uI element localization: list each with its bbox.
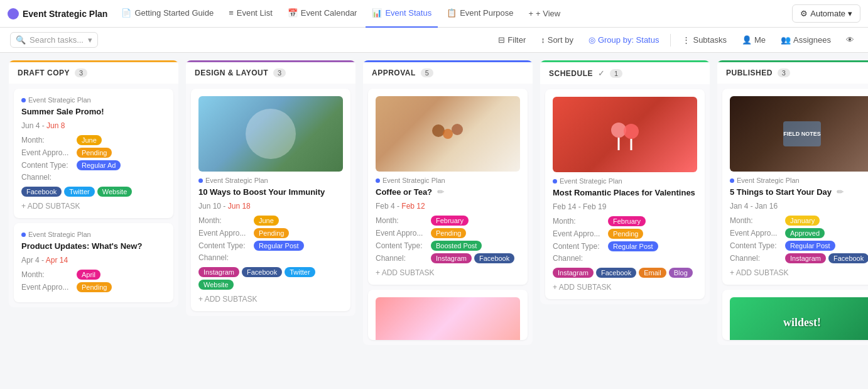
channel-tags: Instagram Facebook [431,253,514,263]
tab-event-calendar[interactable]: 📅 Event Calendar [281,0,364,28]
tab-label: Event List [237,8,273,18]
tab-event-status[interactable]: 📊 Event Status [366,0,438,28]
tag-month: February [431,216,469,226]
project-dot [198,178,203,183]
column-title-approval: APPROVAL [372,68,416,77]
card-product-updates[interactable]: Event Strategic Plan Product Updates: Wh… [14,223,173,302]
app-logo[interactable]: Event Strategic Plan [8,8,107,19]
tag-approval: Pending [608,229,643,239]
doc-icon: 📄 [121,8,131,18]
filter-icon: ⊟ [498,35,505,45]
tag-approval: Approved [785,228,825,238]
column-title-design: DESIGN & LAYOUT [195,68,268,77]
automate-button[interactable]: ⚙ Automate ▾ [792,4,860,23]
card-image-books: FIELD NOTES [730,96,868,172]
tag-instagram: Instagram [198,267,239,277]
card-field-month: Month: January [730,216,868,226]
tab-event-purpose[interactable]: 📋 Event Purpose [440,0,519,28]
field-label-content: Content Type: [730,241,780,250]
tag-content-type: Regular Post [785,241,835,251]
tag-approval: Pending [431,228,466,238]
card-image-second [376,297,520,340]
column-schedule: SCHEDULE ✓ 1 Event Strategic Plan [540,60,710,304]
card-field-channel: Channel: Facebook Twitter Website [21,173,166,197]
sort-label: Sort by [548,35,573,45]
card-valentines[interactable]: Event Strategic Plan Most Romantic Place… [545,89,705,299]
column-header-approval: APPROVAL 5 [363,60,533,84]
card-image-wildest: wildest! [730,297,868,340]
calendar-icon: 📅 [288,8,298,18]
card-5-things[interactable]: FIELD NOTES Event Strategic Plan 5 Thing… [722,89,868,285]
column-count-approval: 5 [421,68,433,77]
card-date: Jan 4 - Jan 16 [730,202,868,211]
add-subtask-button[interactable]: + ADD SUBTASK [553,283,697,292]
field-label-channel: Channel: [730,254,780,263]
group-button[interactable]: ◎ Group by: Status [585,33,663,47]
card-second-approval[interactable] [368,290,528,340]
tag-instagram: Instagram [431,253,472,263]
card-title: Product Updates: What's New? [21,241,166,252]
field-label-month: Month: [376,216,426,225]
add-view-button[interactable]: + + View [522,0,567,28]
edit-icon: ✏ [837,187,844,197]
tag-month: February [608,216,646,226]
column-header-design: DESIGN & LAYOUT 3 [186,60,355,84]
list-icon: ≡ [229,8,234,18]
card-date: Apr 4 - Apr 14 [21,256,166,265]
tag-twitter: Twitter [64,187,94,197]
field-label-channel: Channel: [376,254,426,263]
tag-content-type: Regular Post [254,241,304,251]
project-label: Event Strategic Plan [28,96,91,104]
tab-getting-started[interactable]: 📄 Getting Started Guide [115,0,220,28]
project-label: Event Strategic Plan [737,177,800,184]
tag-content-type: Regular Post [608,241,658,251]
visibility-button[interactable]: 👁 [842,33,858,47]
card-immunity[interactable]: Event Strategic Plan 10 Ways to Boost Yo… [191,89,350,311]
coffee-cups-svg [429,118,467,150]
check-circle-icon: ✓ [598,68,605,78]
card-wildest[interactable]: wildest! [722,290,868,340]
sort-button[interactable]: ↕ Sort by [537,33,577,47]
card-title: Coffee or Tea? ✏ [376,187,520,198]
tab-label: Event Status [385,8,431,18]
column-body-design: Event Strategic Plan 10 Ways to Boost Yo… [186,84,355,316]
me-button[interactable]: 👤 Me [738,33,769,47]
svg-point-0 [432,124,445,137]
column-body-schedule: Event Strategic Plan Most Romantic Place… [540,84,710,304]
tab-event-list[interactable]: ≡ Event List [222,0,279,28]
tag-facebook: Facebook [242,267,282,277]
subtasks-button[interactable]: ⋮ Subtasks [678,33,730,47]
channel-tags: Facebook Twitter Website [21,187,132,197]
tag-website: Website [198,280,234,290]
card-field-approval: Event Appro... Pending [376,228,520,238]
project-dot [21,98,26,102]
add-subtask-button[interactable]: + ADD SUBTASK [730,268,868,277]
tag-facebook: Facebook [21,187,62,197]
add-subtask-button[interactable]: + ADD SUBTASK [376,268,520,277]
card-field-month: Month: February [553,216,697,226]
card-field-channel: Channel: Instagram Facebook Twitter Webs… [198,253,343,290]
add-subtask-button[interactable]: + ADD SUBTASK [198,295,343,304]
tag-facebook: Facebook [474,253,514,263]
card-field-approval: Event Appro... Pending [21,282,166,292]
card-coffee[interactable]: Event Strategic Plan Coffee or Tea? ✏ Fe… [368,89,528,285]
card-field-approval: Event Appro... Pending [21,148,166,158]
tag-blog: Blog [669,268,693,278]
card-title: 5 Things to Start Your Day ✏ [730,187,868,198]
top-nav: Event Strategic Plan 📄 Getting Started G… [0,0,868,28]
tag-facebook: Facebook [596,268,636,278]
project-dot [730,178,734,183]
add-subtask-button[interactable]: + ADD SUBTASK [21,202,166,211]
search-icon: 🔍 [16,35,26,45]
chevron-down-icon: ▾ [848,9,852,18]
tag-month: January [785,216,820,226]
filter-button[interactable]: ⊟ Filter [494,33,529,47]
field-label-month: Month: [21,270,72,279]
me-label: Me [754,35,766,45]
card-summer-sale[interactable]: Event Strategic Plan Summer Sale Promo! … [14,89,173,218]
lollipops-svg [603,119,647,150]
assignees-button[interactable]: 👥 Assignees [777,33,835,47]
channel-tags: Instagram Facebook [785,253,868,263]
divider [670,34,671,47]
search-box[interactable]: 🔍 Search tasks... ▾ [10,32,98,48]
